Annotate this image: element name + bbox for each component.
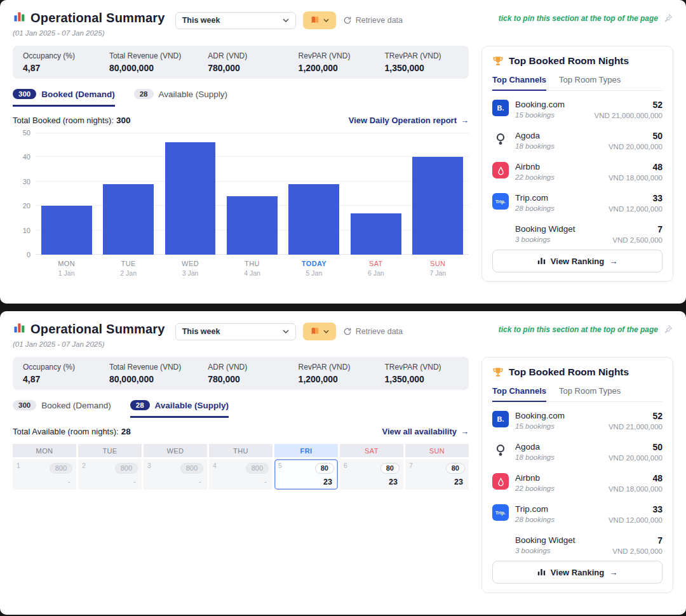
capacity-pill: 80 [380, 463, 400, 474]
channel-row-agoda[interactable]: Agoda18 bookings 50VND 20,000,000 [492, 436, 662, 467]
calendar-cell-4[interactable]: 4 800 - [209, 459, 272, 490]
available-count-badge: 28 [134, 89, 154, 99]
channel-row-booking[interactable]: B. Booking.com15 bookings 52VND 21,000,0… [492, 94, 662, 125]
refresh-icon [343, 16, 352, 25]
capacity-pill: 800 [180, 463, 203, 474]
pin-hint-text: tick to pin this section at the top of t… [499, 325, 658, 334]
availability-calendar: MON TUE WED THU FRI SAT SUN 1 800 - 2 [13, 444, 469, 490]
retrieve-data-button[interactable]: Retrieve data [343, 327, 403, 336]
calendar-header-row: MON TUE WED THU FRI SAT SUN [13, 444, 469, 457]
view-daily-operation-link[interactable]: View Daily Operation report → [349, 116, 469, 125]
channel-row-booking-widget[interactable]: Booking Widget3 bookings 7VND 2,500,000 [492, 218, 662, 250]
section-header: Operational Summary (01 Jan 2025 - 07 Ja… [13, 10, 673, 37]
capacity-pill: 800 [115, 463, 138, 474]
trip-com-icon: Trip. [492, 504, 509, 521]
view-ranking-button[interactable]: View Ranking → [492, 250, 662, 272]
calendar-cell-2[interactable]: 2 800 - [78, 459, 142, 490]
panel-tabs: Top Channels Top Room Types [492, 386, 662, 402]
calendar-cell-7[interactable]: 7 80 23 [405, 459, 469, 490]
chart-plot-area: 0 10 20 30 40 50 [13, 133, 469, 255]
booked-count-badge: 300 [13, 89, 36, 99]
total-available-label: Total Available (room nights):28 [13, 427, 131, 436]
channel-row-booking[interactable]: B. Booking.com15 bookings 52VND 21,000,0… [492, 405, 662, 436]
tab-booked-demand[interactable]: 300 Booked (Demand) [13, 89, 115, 107]
title-group: Operational Summary (01 Jan 2025 - 07 Ja… [13, 321, 165, 348]
calendar-cell-6[interactable]: 6 80 23 [340, 459, 403, 490]
retrieve-data-label: Retrieve data [356, 327, 403, 336]
book-icon [310, 326, 320, 337]
chart-bar-wed [165, 142, 216, 255]
y-tick: 40 [13, 153, 30, 161]
demand-supply-tabs: 300 Booked (Demand) 28 Available (Supply… [13, 89, 469, 107]
period-select-value: This week [182, 16, 220, 25]
calendar-day-header-tue: TUE [78, 444, 142, 457]
channel-row-trip[interactable]: Trip. Trip.com28 bookings 33VND 12,000,0… [492, 187, 662, 218]
booking-com-icon: B. [492, 411, 509, 427]
calendar-body-row: 1 800 - 2 800 - 3 800 - 4 [13, 459, 469, 490]
header-controls: This week Retrieve data [175, 11, 403, 29]
tab-available-supply[interactable]: 28 Available (Supply) [134, 89, 227, 107]
capacity-pill: 800 [246, 463, 269, 474]
pin-icon[interactable] [662, 13, 673, 23]
chevron-down-icon [283, 18, 289, 22]
chart-bar-today [288, 184, 339, 255]
tab-booked-demand[interactable]: 300 Booked (Demand) [13, 400, 111, 418]
period-select[interactable]: This week [175, 323, 296, 340]
channel-list: B. Booking.com15 bookings 52VND 21,000,0… [492, 94, 662, 250]
pin-icon[interactable] [662, 324, 673, 335]
panel-tabs: Top Channels Top Room Types [492, 75, 662, 91]
pin-hint: tick to pin this section at the top of t… [499, 13, 673, 23]
calendar-cell-3[interactable]: 3 800 - [144, 459, 207, 490]
channel-row-airbnb[interactable]: Airbnb22 bookings 48VND 18,000,000 [492, 156, 662, 187]
calendar-cell-5-today[interactable]: 5 80 23 [274, 459, 338, 490]
panel-title: Top Booked Room Nights [492, 55, 662, 67]
booked-count-badge: 300 [13, 400, 36, 410]
calendar-day-header-sat: SAT [340, 444, 403, 457]
channel-row-agoda[interactable]: Agoda18 bookings 50VND 20,000,000 [492, 125, 662, 156]
kpi-trevpar: TRevPAR (VND) 1,350,000 [385, 51, 459, 73]
guide-book-button[interactable] [303, 11, 336, 29]
y-tick: 50 [13, 129, 30, 137]
chart-bars [36, 133, 469, 255]
chart-bar-sat [351, 213, 401, 255]
title-group: Operational Summary (01 Jan 2025 - 07 Ja… [13, 10, 165, 37]
arrow-right-icon: → [609, 568, 617, 577]
chart-bar-thu [227, 196, 278, 255]
page-title: Operational Summary [30, 322, 165, 337]
capacity-pill: 800 [50, 463, 72, 474]
calendar-day-header-thu: THU [209, 444, 272, 457]
ranking-bars-icon [537, 257, 546, 265]
tab-top-channels[interactable]: Top Channels [492, 386, 546, 402]
retrieve-data-button[interactable]: Retrieve data [343, 16, 403, 25]
kpi-total-revenue: Total Revenue (VND) 80,000,000 [109, 51, 208, 73]
date-range-label: (01 Jan 2025 - 07 Jan 2025) [13, 340, 165, 348]
calendar-cell-1[interactable]: 1 800 - [13, 459, 76, 490]
y-tick: 30 [13, 178, 30, 185]
section-header: Operational Summary (01 Jan 2025 - 07 Ja… [13, 321, 673, 348]
calendar-day-header-fri: FRI [274, 444, 338, 457]
tab-top-room-types[interactable]: Top Room Types [559, 386, 621, 401]
agoda-icon [492, 442, 509, 459]
y-tick: 0 [13, 251, 30, 258]
chart-bar-sun [412, 157, 463, 255]
period-select[interactable]: This week [175, 12, 296, 29]
channel-row-airbnb[interactable]: Airbnb22 bookings 48VND 18,000,000 [492, 467, 662, 499]
agoda-icon [492, 131, 509, 147]
calendar-day-header-wed: WED [144, 444, 207, 457]
total-booked-label: Total Booked (room nights):300 [13, 116, 131, 125]
kpi-bar: Occupancy (%) 4,87 Total Revenue (VND) 8… [13, 46, 469, 79]
chart-bar-mon [41, 206, 92, 255]
period-select-value: This week [182, 327, 220, 336]
calendar-day-header-sun: SUN [405, 444, 469, 457]
tab-top-room-types[interactable]: Top Room Types [559, 75, 621, 90]
tab-top-channels[interactable]: Top Channels [492, 75, 546, 91]
channel-row-booking-widget[interactable]: Booking Widget3 bookings 7VND 2,500,000 [492, 530, 662, 561]
page-title: Operational Summary [30, 11, 165, 25]
tab-available-supply[interactable]: 28 Available (Supply) [130, 400, 229, 418]
view-all-availability-link[interactable]: View all availability → [382, 427, 469, 436]
kpi-bar: Occupancy (%) 4,87 Total Revenue (VND) 8… [13, 357, 469, 390]
header-controls: This week Retrieve data [175, 323, 403, 340]
channel-row-trip[interactable]: Trip. Trip.com28 bookings 33VND 12,000,0… [492, 499, 662, 530]
view-ranking-button[interactable]: View Ranking → [492, 561, 662, 584]
guide-book-button[interactable] [303, 323, 336, 340]
